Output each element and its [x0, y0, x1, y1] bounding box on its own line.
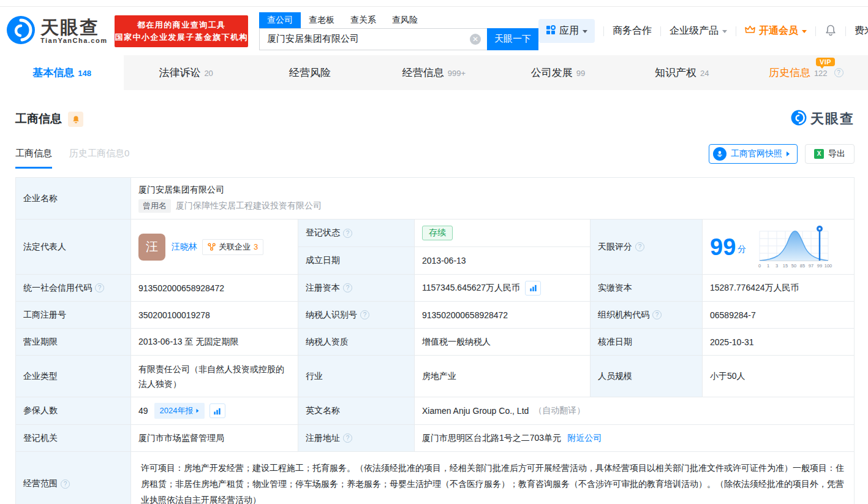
insured-count-label: 参保人数	[16, 397, 131, 424]
reg-number-label: 工商注册号	[16, 302, 131, 328]
reg-authority-value: 厦门市市场监督管理局	[131, 425, 298, 451]
score-value: 99	[710, 235, 736, 259]
approval-date-label: 核准日期	[591, 329, 703, 355]
subtab-history-business-info[interactable]: 历史工商信息0	[69, 148, 129, 169]
tab-legal-litigation[interactable]: 法律诉讼 20	[124, 55, 247, 90]
table-row: 登记机关 厦门市市场监督管理局 注册地址 ? 厦门市思明区台北路1号之二703单…	[16, 425, 854, 452]
svg-text:97: 97	[809, 263, 813, 269]
svg-text:50: 50	[791, 263, 796, 269]
search-tab-risk[interactable]: 查风险	[384, 12, 426, 28]
search-tab-boss[interactable]: 查老板	[301, 12, 342, 28]
tab-intellectual-property[interactable]: 知识产权 24	[620, 55, 744, 90]
help-icon[interactable]: ?	[360, 310, 369, 319]
insured-chart-button[interactable]	[209, 403, 225, 418]
enterprise-products-menu[interactable]: 企业级产品	[670, 25, 727, 37]
svg-text:15: 15	[783, 263, 788, 269]
search-tab-relation[interactable]: 查关系	[342, 12, 384, 28]
company-type-label: 企业类型	[16, 356, 131, 397]
org-code-label: 组织机构代码	[598, 310, 649, 321]
help-icon[interactable]: ?	[343, 229, 352, 238]
establish-date-label: 成立日期	[298, 247, 415, 274]
chevron-down-icon	[722, 30, 727, 33]
divider	[845, 26, 846, 36]
table-row: 营业期限 2013-06-13 至 无固定期限 纳税人资质 增值税一般纳税人 核…	[16, 329, 854, 356]
former-name-value: 厦门保障性安居工程建设投资有限公司	[176, 200, 322, 212]
user-menu[interactable]: 费米	[855, 25, 868, 37]
chevron-down-icon	[583, 30, 587, 33]
clear-icon[interactable]: ✕	[470, 34, 481, 45]
table-row: 企业类型 有限责任公司（非自然人投资或控股的法人独资） 行业 房地产业 人员规模…	[16, 356, 854, 397]
legal-rep-name-link[interactable]: 汪晓林	[172, 242, 197, 253]
network-icon	[208, 243, 216, 251]
bar-chart-icon	[213, 407, 221, 415]
business-info-section: 工商信息 天眼查 工商信息 历史工商信息0 工商官网快照 X 导出	[0, 110, 868, 504]
business-cooperation-link[interactable]: 商务合作	[613, 25, 652, 37]
score-label: 天眼评分	[598, 242, 632, 253]
staff-size-value: 小于50人	[703, 356, 854, 397]
legal-rep-avatar[interactable]: 汪	[138, 234, 165, 261]
table-row: 统一社会信用代码 ? 913502000658928472 注册资本 ? 115…	[16, 275, 854, 302]
logo-domain: TianYanCha.com	[40, 37, 107, 44]
help-icon[interactable]: ?	[343, 283, 352, 292]
apps-menu[interactable]: 应用	[538, 19, 595, 43]
svg-text:3: 3	[776, 263, 778, 269]
capital-chart-button[interactable]	[525, 281, 541, 296]
industry-label: 行业	[298, 356, 415, 397]
subscribe-bell-button[interactable]	[68, 112, 83, 127]
related-companies-badge[interactable]: 关联企业 3	[202, 239, 263, 255]
help-icon[interactable]: ?	[95, 283, 104, 292]
search-input[interactable]	[259, 28, 487, 50]
taxpayer-id-value: 913502000658928472	[415, 302, 591, 328]
tab-business-info[interactable]: 经营信息 999+	[372, 55, 496, 90]
help-icon[interactable]: ?	[61, 479, 70, 489]
english-name-label: 英文名称	[298, 397, 415, 424]
tianyancha-logo[interactable]: 天眼查 TianYanCha.com	[6, 15, 107, 47]
help-icon[interactable]: ?	[834, 68, 843, 77]
promo-line2: 国家中小企业发展子基金旗下机构	[115, 31, 248, 44]
section-title: 工商信息	[15, 111, 62, 127]
arrow-right-icon	[787, 151, 790, 156]
tab-operating-risk[interactable]: 经营风险	[248, 55, 372, 90]
annual-report-badge[interactable]: 2024年报	[154, 403, 205, 419]
tab-company-development[interactable]: 公司发展 99	[496, 55, 620, 90]
official-snapshot-button[interactable]: 工商官网快照	[709, 144, 798, 164]
taxpayer-quality-value: 增值税一般纳税人	[415, 329, 591, 355]
tab-history-info[interactable]: VIP 历史信息 122 ?	[744, 55, 868, 90]
score-distribution-chart: 0 1 3 15 50 85 97 99 100	[755, 223, 834, 272]
legal-rep-label: 法定代表人	[16, 220, 131, 274]
notifications-bell[interactable]	[825, 24, 837, 39]
svg-text:100: 100	[825, 263, 832, 269]
search-button[interactable]: 天眼一下	[487, 28, 538, 50]
help-icon[interactable]: ?	[635, 242, 644, 251]
logo-swirl-icon	[6, 15, 36, 47]
divider	[736, 26, 736, 36]
reg-number-value: 350200100019278	[131, 302, 298, 328]
table-row: 参保人数 49 2024年报 英文名称 Xiamen Anju Group Co…	[16, 397, 854, 425]
divider	[815, 26, 816, 36]
reg-capital-label: 注册资本	[306, 283, 340, 294]
business-term-value: 2013-06-13 至 无固定期限	[131, 329, 298, 355]
tab-basic-info[interactable]: 基本信息 148	[0, 55, 124, 90]
help-icon[interactable]: ?	[343, 433, 352, 443]
insured-count-value: 49	[138, 406, 148, 416]
apps-label: 应用	[559, 25, 579, 37]
promo-banner: 都在用的商业查询工具 国家中小企业发展子基金旗下机构	[115, 15, 248, 47]
excel-icon: X	[814, 149, 824, 159]
paid-capital-label: 实缴资本	[591, 275, 703, 301]
bar-chart-icon	[529, 284, 537, 292]
auto-translate-note: （自动翻译）	[534, 405, 585, 416]
logo-swirl-icon	[791, 110, 807, 128]
top-nav: 应用 商务合作 企业级产品 开通会员 费米	[538, 19, 868, 43]
svg-text:99: 99	[817, 263, 822, 269]
nearby-companies-link[interactable]: 附近公司	[567, 433, 602, 444]
subtab-business-info[interactable]: 工商信息	[15, 148, 52, 169]
business-scope-value: 许可项目：房地产开发经营；建设工程施工；托育服务。（依法须经批准的项目，经相关部…	[131, 452, 854, 504]
open-vip-menu[interactable]: 开通会员	[745, 25, 807, 37]
help-icon[interactable]: ?	[652, 310, 662, 319]
export-button[interactable]: X 导出	[805, 144, 855, 164]
search-area: 查公司 查老板 查关系 查风险 ✕ 天眼一下	[259, 12, 538, 50]
industry-value: 房地产业	[415, 356, 591, 397]
search-tab-company[interactable]: 查公司	[259, 12, 301, 28]
company-type-value: 有限责任公司（非自然人投资或控股的法人独资）	[131, 356, 298, 397]
page-tabs: 基本信息 148 法律诉讼 20 经营风险 经营信息 999+ 公司发展 99 …	[0, 55, 868, 90]
